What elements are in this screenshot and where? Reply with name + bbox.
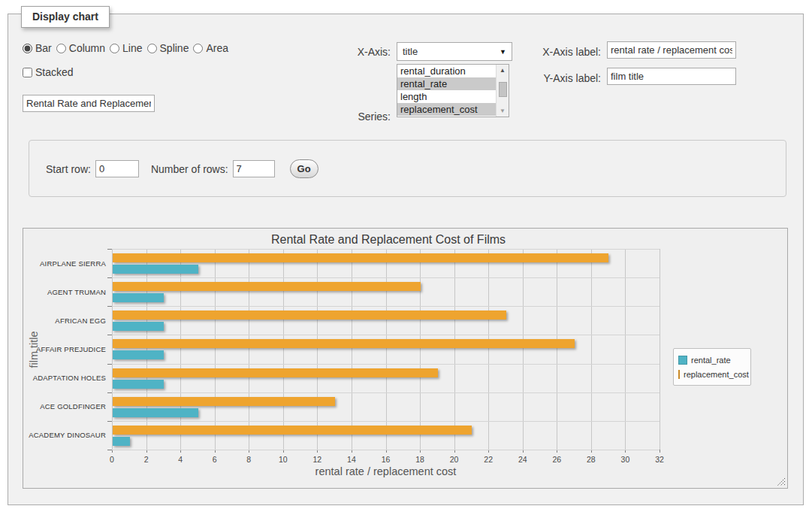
category-label: ACE GOLDFINGER [25, 392, 106, 421]
y-axis-label-field-label: Y-Axis label: [536, 72, 601, 84]
bar-rental_rate[interactable] [113, 350, 164, 359]
y-axis-tick [107, 421, 112, 422]
bar-replacement_cost[interactable] [113, 368, 438, 377]
resize-grip-icon[interactable] [777, 477, 786, 486]
bar-replacement_cost[interactable] [113, 282, 421, 291]
gridline [317, 249, 318, 450]
radio-column-input[interactable] [56, 44, 66, 53]
legend-swatch-replacement-cost [678, 370, 680, 379]
x-tick-label: 28 [587, 455, 596, 464]
bar-replacement_cost[interactable] [113, 426, 472, 435]
y-axis-tick [107, 450, 112, 450]
x-axis-title: rental rate / replacement cost [112, 465, 660, 477]
bar-replacement_cost[interactable] [113, 253, 608, 262]
series-option-length[interactable]: length [397, 90, 496, 103]
radio-spline[interactable]: Spline [147, 42, 189, 54]
radio-column[interactable]: Column [56, 42, 105, 54]
gridline [112, 306, 660, 307]
scrollbar-thumb[interactable] [499, 82, 507, 97]
x-axis-label-input[interactable] [607, 41, 736, 59]
x-axis-tick [660, 450, 660, 453]
radio-spline-label: Spline [160, 42, 189, 54]
x-tick-label: 10 [279, 455, 288, 464]
gridline [112, 277, 660, 278]
start-row-label: Start row: [46, 163, 91, 175]
gridline [591, 249, 592, 450]
x-tick-label: 0 [110, 455, 114, 464]
x-tick-label: 18 [415, 455, 424, 464]
bar-replacement_cost[interactable] [113, 339, 575, 348]
plot-area: 02468101214161820222426283032AIRPLANE SI… [112, 249, 660, 450]
x-axis-selected-value: title [403, 46, 418, 57]
x-axis-select[interactable]: title ▼ [397, 42, 512, 61]
scroll-down-icon[interactable]: ▼ [497, 105, 509, 117]
start-row-input[interactable] [95, 160, 139, 177]
series-option-rental-duration[interactable]: rental_duration [397, 65, 496, 77]
gridline [112, 335, 660, 335]
bar-rental_rate[interactable] [113, 322, 164, 331]
category-label: ACADEMY DINOSAUR [25, 421, 106, 450]
number-of-rows-input[interactable] [233, 160, 275, 177]
x-axis-label-field-label: X-Axis label: [536, 46, 601, 58]
x-axis-select-label: X-Axis: [342, 46, 391, 58]
radio-line[interactable]: Line [110, 42, 142, 54]
gridline [112, 392, 660, 393]
gridline [283, 249, 284, 450]
x-tick-label: 22 [484, 455, 493, 464]
stacked-checkbox[interactable]: Stacked [23, 66, 74, 78]
y-axis-tick [107, 249, 112, 250]
gridline [249, 249, 249, 450]
radio-spline-input[interactable] [147, 44, 157, 53]
radio-bar[interactable]: Bar [23, 42, 52, 54]
x-tick-label: 32 [655, 455, 664, 464]
x-tick-label: 8 [246, 455, 251, 464]
radio-area-input[interactable] [193, 44, 203, 53]
rows-panel: Start row: Number of rows: Go [29, 140, 786, 197]
x-tick-label: 12 [313, 455, 322, 464]
radio-area[interactable]: Area [193, 42, 228, 54]
legend-item-rental-rate[interactable]: rental_rate [678, 353, 746, 367]
series-options: rental_duration rental_rate length repla… [397, 65, 496, 117]
radio-bar-label: Bar [35, 42, 52, 54]
y-axis-title: film title [28, 304, 40, 395]
chart-title-input[interactable] [23, 95, 155, 112]
category-label: AGENT TRUMAN [25, 277, 106, 306]
chart-container: Rental Rate and Replacement Cost of Film… [23, 228, 788, 489]
series-listbox[interactable]: rental_duration rental_rate length repla… [397, 64, 509, 117]
legend-item-replacement-cost[interactable]: replacement_cost [678, 367, 746, 381]
gridline [386, 249, 387, 450]
bar-replacement_cost[interactable] [113, 311, 506, 320]
bar-replacement_cost[interactable] [113, 397, 335, 406]
gridline [112, 249, 660, 250]
chart-title: Rental Rate and Replacement Cost of Film… [23, 233, 753, 247]
gridline [352, 249, 352, 450]
radio-line-label: Line [122, 42, 142, 54]
gridline [660, 249, 660, 450]
gridline [180, 249, 181, 450]
gridline [112, 249, 113, 450]
bar-rental_rate[interactable] [113, 293, 164, 302]
bar-rental_rate[interactable] [113, 408, 198, 417]
series-listbox-label: Series: [342, 111, 391, 123]
stacked-checkbox-input[interactable] [23, 68, 32, 77]
legend-label-rental-rate: rental_rate [691, 356, 731, 365]
fieldset-legend: Display chart [21, 6, 110, 28]
bar-rental_rate[interactable] [113, 265, 198, 274]
x-tick-label: 16 [382, 455, 391, 464]
go-button[interactable]: Go [290, 159, 318, 178]
y-axis-label-input[interactable] [607, 68, 736, 85]
radio-bar-input[interactable] [23, 44, 32, 53]
scroll-up-icon[interactable]: ▲ [497, 65, 509, 76]
radio-line-input[interactable] [110, 44, 119, 53]
bar-rental_rate[interactable] [113, 380, 164, 389]
series-scrollbar[interactable]: ▲ ▼ [496, 65, 509, 117]
gridline [146, 249, 147, 450]
bar-rental_rate[interactable] [113, 437, 130, 446]
x-tick-label: 20 [450, 455, 459, 464]
legend-swatch-rental-rate [678, 356, 687, 365]
gridline [557, 249, 557, 450]
series-option-replacement-cost[interactable]: replacement_cost [397, 103, 496, 116]
y-axis-tick [107, 392, 112, 393]
x-tick-label: 4 [178, 455, 183, 464]
series-option-rental-rate[interactable]: rental_rate [397, 77, 496, 90]
